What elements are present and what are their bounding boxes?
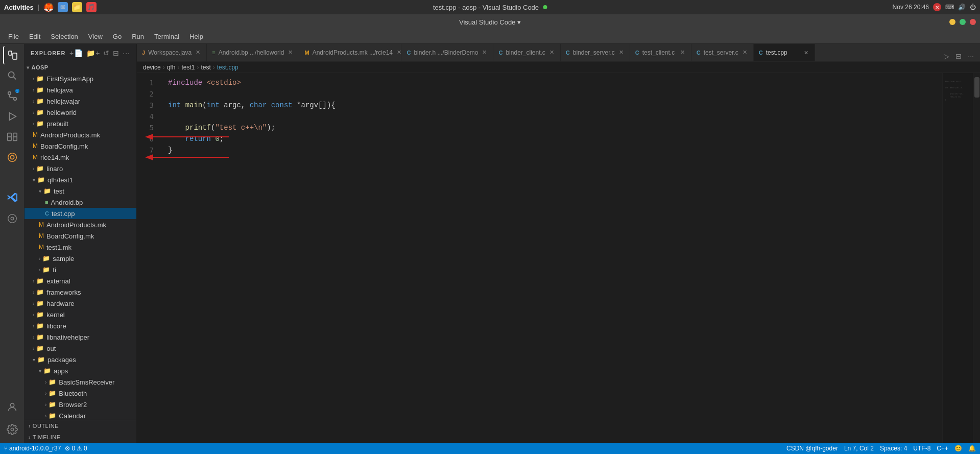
tab-close-binder-client[interactable]: ✕ — [548, 49, 555, 56]
power-icon[interactable]: ⏻ — [970, 4, 976, 11]
tree-item-basicsmsreceiver[interactable]: › 📁 BasicSmsReceiver — [25, 376, 136, 388]
files-icon[interactable]: 📁 — [72, 2, 82, 12]
volume-icon[interactable]: 🔊 — [958, 4, 966, 11]
tab-android-bp[interactable]: ≡ Android.bp .../helloworld ✕ — [207, 44, 299, 61]
tree-item-out[interactable]: › 📁 out — [25, 343, 136, 354]
tree-item-browser2[interactable]: › 📁 Browser2 — [25, 399, 136, 410]
tree-item-packages[interactable]: ▾ 📁 packages — [25, 354, 136, 365]
menu-go[interactable]: Go — [109, 32, 126, 41]
menu-run[interactable]: Run — [128, 32, 148, 41]
minimize-button[interactable]: _ — [949, 19, 955, 25]
bell-item[interactable]: 🔔 — [968, 445, 976, 452]
code-content[interactable]: #include <cstdio> int main(int argc, cha… — [160, 73, 942, 443]
tab-test-server[interactable]: C test_server.c ✕ — [691, 44, 754, 61]
tab-binder-client[interactable]: C binder_client.c ✕ — [493, 44, 560, 61]
run-code-icon[interactable]: ▷ — [942, 51, 951, 61]
tab-close-binder-h[interactable]: ✕ — [481, 49, 488, 56]
tree-root-aosp[interactable]: ▾ AOSP — [25, 62, 136, 73]
user-item[interactable]: CSDN @qfh-goder — [786, 445, 838, 452]
tree-item-qfh-test1[interactable]: ▾ 📁 qfh/test1 — [25, 174, 136, 185]
tree-item-hellojavajar[interactable]: › 📁 hellojavajar — [25, 95, 136, 107]
tab-test-client[interactable]: C test_client.c ✕ — [630, 44, 691, 61]
git-branch-item[interactable]: ⑂ android-10.0.0_r37 — [4, 445, 61, 452]
tree-item-calendar[interactable]: › 📁 Calendar — [25, 410, 136, 420]
tree-item-bluetooth[interactable]: › 📁 Bluetooth — [25, 388, 136, 399]
breadcrumb-device[interactable]: device — [143, 64, 161, 71]
breadcrumb-file[interactable]: test.cpp — [217, 64, 238, 71]
tab-close-test-server[interactable]: ✕ — [742, 49, 748, 56]
menu-selection[interactable]: Selection — [46, 32, 82, 41]
line-col-item[interactable]: Ln 7, Col 2 — [844, 445, 874, 452]
close-button[interactable]: ✕ — [970, 19, 976, 25]
activities-button[interactable]: Activities — [4, 4, 34, 11]
account-icon[interactable] — [3, 398, 21, 416]
collapse-all-icon[interactable]: ⊟ — [113, 49, 119, 57]
maximize-button[interactable]: □ — [960, 19, 966, 25]
vscode-logo-icon[interactable] — [3, 189, 21, 207]
tree-item-apps[interactable]: ▾ 📁 apps — [25, 365, 136, 376]
tree-item-kernel[interactable]: › 📁 kernel — [25, 309, 136, 320]
tree-item-androidproducts-root[interactable]: M AndroidProducts.mk — [25, 129, 136, 140]
tree-item-hardware[interactable]: › 📁 hardware — [25, 298, 136, 309]
tree-item-firstsystemapp[interactable]: › 📁 FirstSystemApp — [25, 73, 136, 84]
language-item[interactable]: C++ — [937, 445, 948, 452]
tab-binder-h[interactable]: C binder.h .../BinderDemo ✕ — [401, 44, 493, 61]
tree-item-libnativehelper[interactable]: › 📁 libnativehelper — [25, 331, 136, 343]
spaces-item[interactable]: Spaces: 4 — [880, 445, 907, 452]
tree-item-hellojava[interactable]: › 📁 hellojava — [25, 84, 136, 95]
tree-item-linaro[interactable]: › 📁 linaro — [25, 163, 136, 174]
tree-item-androidproducts-2[interactable]: M AndroidProducts.mk — [25, 219, 136, 230]
tree-item-test1-mk[interactable]: M test1.mk — [25, 242, 136, 253]
menu-view[interactable]: View — [84, 32, 107, 41]
feedback-item[interactable]: 😊 — [954, 445, 962, 452]
tree-item-frameworks[interactable]: › 📁 frameworks — [25, 286, 136, 298]
menu-file[interactable]: File — [4, 32, 23, 41]
tree-item-prebuilt[interactable]: › 📁 prebuilt — [25, 118, 136, 129]
encoding-item[interactable]: UTF-8 — [913, 445, 930, 452]
tab-close-android-bp[interactable]: ✕ — [287, 49, 294, 56]
keyboard-icon[interactable]: ⌨ — [945, 4, 954, 11]
tree-item-ti[interactable]: › 📁 ti — [25, 264, 136, 275]
menu-terminal[interactable]: Terminal — [150, 32, 183, 41]
firefox-icon[interactable]: 🦊 — [43, 2, 54, 12]
notification-btn[interactable]: ✕ — [933, 3, 941, 11]
timeline-panel-header[interactable]: › TIMELINE — [25, 432, 136, 443]
errors-item[interactable]: ⊗ 0 ⚠ 0 — [65, 445, 87, 452]
tree-item-boardconfig-root[interactable]: M BoardConfig.mk — [25, 140, 136, 152]
more-actions-icon[interactable]: ··· — [123, 49, 130, 57]
code-editor[interactable]: 1 2 3 4 5 6 7 #include <cstdio> int main… — [137, 73, 980, 443]
tree-item-test[interactable]: ▾ 📁 test — [25, 185, 136, 197]
tree-item-helloworld[interactable]: › 📁 helloworld — [25, 107, 136, 118]
tree-item-android-bp[interactable]: ≡ Android.bp — [25, 197, 136, 208]
source-control-activity-icon[interactable]: 1 — [3, 87, 21, 105]
tab-close-binder-server[interactable]: ✕ — [618, 49, 625, 56]
more-tabs-icon[interactable]: ··· — [966, 51, 976, 61]
menu-edit[interactable]: Edit — [25, 32, 44, 41]
tree-item-rice14[interactable]: M rice14.mk — [25, 152, 136, 163]
tab-test-cpp[interactable]: C test.cpp ✕ — [754, 44, 815, 61]
tab-close-workspace[interactable]: ✕ — [195, 49, 201, 56]
tab-workspace-java[interactable]: J Workspace.java ✕ — [137, 44, 207, 61]
dvd-icon[interactable] — [3, 209, 21, 228]
tree-item-test-cpp[interactable]: C test.cpp — [25, 208, 136, 219]
new-file-icon[interactable]: +📄 — [69, 49, 83, 57]
music-icon[interactable]: 🎵 — [86, 2, 97, 12]
extensions-activity-icon[interactable] — [3, 128, 21, 146]
outline-panel-header[interactable]: › OUTLINE — [25, 420, 136, 432]
tree-item-boardconfig-2[interactable]: M BoardConfig.mk — [25, 230, 136, 242]
new-folder-icon[interactable]: 📁+ — [86, 49, 100, 57]
breadcrumb-qfh[interactable]: qfh — [167, 64, 176, 71]
settings-icon[interactable] — [3, 420, 21, 439]
breadcrumb-test1[interactable]: test1 — [181, 64, 195, 71]
tab-close-test-client[interactable]: ✕ — [679, 49, 686, 56]
refresh-icon[interactable]: ↺ — [103, 49, 110, 57]
tab-binder-server[interactable]: C binder_server.c ✕ — [561, 44, 630, 61]
explorer-activity-icon[interactable] — [3, 46, 21, 64]
tree-item-external[interactable]: › 📁 external — [25, 275, 136, 286]
breadcrumb-test[interactable]: test — [201, 64, 210, 71]
tree-item-libcore[interactable]: › 📁 libcore — [25, 320, 136, 331]
menu-help[interactable]: Help — [185, 32, 207, 41]
remote-activity-icon[interactable] — [3, 148, 21, 166]
search-activity-icon[interactable] — [3, 66, 21, 85]
tab-close-test-cpp[interactable]: ✕ — [803, 50, 809, 56]
